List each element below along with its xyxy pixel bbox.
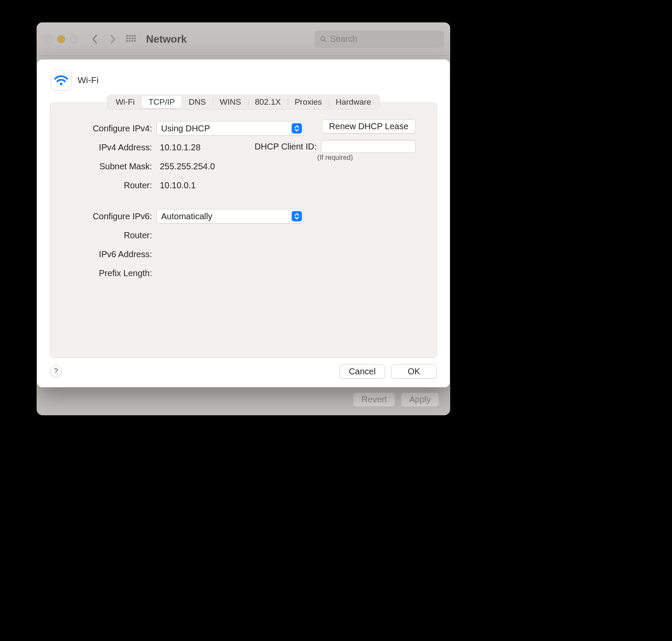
back-button[interactable]	[87, 31, 102, 48]
titlebar: Network	[37, 22, 450, 56]
search-icon	[320, 35, 327, 43]
revert-button[interactable]: Revert	[353, 392, 395, 407]
apply-button[interactable]: Apply	[401, 392, 439, 407]
zoom-window-button[interactable]	[70, 35, 78, 43]
advanced-sheet: Wi-Fi Wi-Fi TCP/IP DNS WINS 802.1X Proxi…	[37, 59, 450, 387]
help-button[interactable]: ?	[50, 365, 62, 377]
wifi-icon	[51, 70, 72, 90]
router6-label: Router:	[71, 230, 156, 240]
subnet-mask-value: 255.255.254.0	[156, 162, 215, 171]
prefix-length-label: Prefix Length:	[71, 268, 156, 278]
router-label: Router:	[71, 180, 156, 190]
dhcp-client-id-input[interactable]	[321, 140, 416, 153]
tab-wifi[interactable]: Wi-Fi	[109, 96, 141, 108]
window-footer-buttons: Revert Apply	[353, 392, 439, 407]
sheet-header: Wi-Fi	[37, 59, 450, 95]
configure-ipv6-value: Automatically	[161, 212, 212, 221]
close-window-button[interactable]	[44, 35, 52, 43]
tab-proxies[interactable]: Proxies	[288, 96, 329, 108]
chevron-updown-icon	[292, 123, 302, 134]
ipv6-address-label: IPv6 Address:	[71, 249, 156, 259]
ok-button[interactable]: OK	[391, 364, 437, 379]
tcpip-panel: Configure IPv4: Using DHCP IPv4 Address:…	[50, 103, 437, 358]
cancel-button[interactable]: Cancel	[339, 364, 385, 379]
tab-tcpip[interactable]: TCP/IP	[142, 96, 182, 108]
dhcp-client-id-hint: (If required)	[288, 154, 383, 162]
minimize-window-button[interactable]	[57, 35, 65, 43]
tab-8021x[interactable]: 802.1X	[248, 96, 288, 108]
window-title: Network	[146, 33, 187, 45]
tab-hardware[interactable]: Hardware	[329, 96, 378, 108]
dhcp-client-id-label: DHCP Client ID:	[255, 142, 317, 152]
svg-point-2	[60, 83, 62, 85]
chevron-updown-icon	[292, 211, 302, 221]
search-field[interactable]	[315, 31, 444, 48]
configure-ipv6-label: Configure IPv6:	[71, 212, 156, 221]
tab-dns[interactable]: DNS	[182, 96, 213, 108]
router-value: 10.10.0.1	[156, 180, 196, 190]
tab-bar: Wi-Fi TCP/IP DNS WINS 802.1X Proxies Har…	[107, 95, 379, 109]
configure-ipv4-label: Configure IPv4:	[71, 124, 156, 134]
svg-line-1	[324, 40, 326, 42]
traffic-lights	[44, 35, 78, 43]
ipv4-address-label: IPv4 Address:	[71, 143, 156, 152]
sheet-title: Wi-Fi	[78, 75, 99, 85]
forward-button[interactable]	[106, 31, 120, 48]
sheet-footer: ? Cancel OK	[37, 358, 450, 387]
configure-ipv4-select[interactable]: Using DHCP	[156, 121, 304, 136]
ipv4-address-value: 10.10.1.28	[156, 143, 201, 152]
search-input[interactable]	[330, 34, 439, 44]
configure-ipv4-value: Using DHCP	[161, 124, 210, 134]
show-all-icon[interactable]	[126, 35, 135, 44]
renew-dhcp-lease-button[interactable]: Renew DHCP Lease	[322, 119, 416, 134]
tab-wins[interactable]: WINS	[213, 96, 248, 108]
configure-ipv6-select[interactable]: Automatically	[156, 209, 304, 224]
subnet-mask-label: Subnet Mask:	[71, 162, 156, 171]
